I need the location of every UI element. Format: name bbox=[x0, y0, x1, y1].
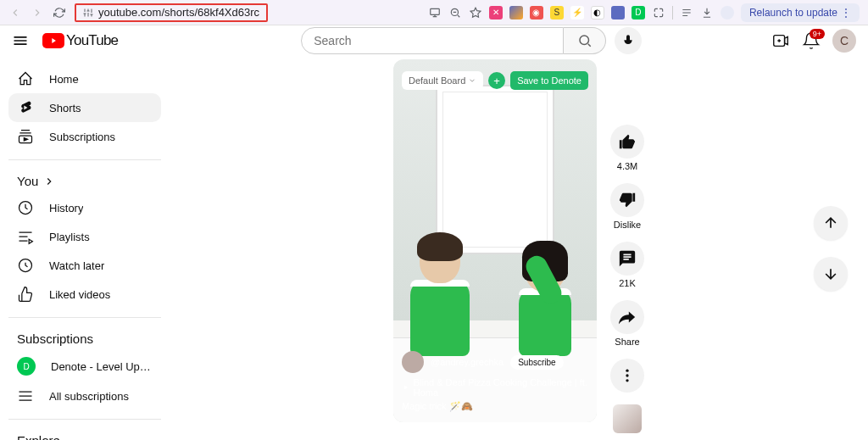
add-board-button[interactable]: + bbox=[488, 72, 505, 89]
more-action bbox=[610, 359, 644, 393]
sidebar-item-label: Watch later bbox=[49, 259, 104, 272]
short-meta: @andrey.grechka Subscribe Blind & Deaf P… bbox=[402, 351, 588, 412]
sidebar-you-section: You History Playlists Watch later Liked … bbox=[8, 160, 161, 318]
comments-button[interactable] bbox=[610, 242, 644, 276]
sidebar-explore-section: Explore Trending Music Movies Live Gamin… bbox=[8, 420, 161, 440]
home-icon bbox=[17, 70, 34, 87]
sidebar-item-subscriptions[interactable]: Subscriptions bbox=[8, 122, 161, 151]
next-short-button[interactable] bbox=[814, 257, 848, 291]
sidebar-item-playlists[interactable]: Playlists bbox=[8, 222, 161, 251]
youtube-logo[interactable]: YouTube bbox=[42, 32, 118, 49]
extensions-puzzle-icon[interactable] bbox=[652, 6, 665, 19]
hamburger-menu-icon[interactable] bbox=[12, 32, 29, 49]
notifications-icon[interactable]: 9+ bbox=[802, 31, 821, 50]
sidebar-sub-channel[interactable]: DDenote - Level Up Y... bbox=[8, 351, 161, 382]
like-action: 4.3M bbox=[610, 125, 644, 171]
dislike-label: Dislike bbox=[614, 220, 641, 230]
sidebar-item-label: Subscriptions bbox=[49, 131, 115, 143]
playlists-icon bbox=[17, 228, 34, 245]
board-select[interactable]: Default Board bbox=[402, 71, 483, 90]
sidebar-item-label: Playlists bbox=[49, 231, 90, 243]
previous-short-button[interactable] bbox=[814, 206, 848, 240]
notification-badge: 9+ bbox=[810, 29, 825, 39]
sidebar-item-label: Liked videos bbox=[49, 288, 110, 301]
screen-icon[interactable] bbox=[428, 6, 442, 19]
sidebar-item-label: Home bbox=[49, 73, 79, 86]
site-tune-icon[interactable] bbox=[83, 8, 93, 18]
browser-url-box[interactable]: youtube.com/shorts/68kf4Xd63rc bbox=[75, 3, 268, 22]
channel-handle[interactable]: @andrey.grechka bbox=[431, 357, 504, 367]
sidebar-explore-title: Explore bbox=[8, 428, 161, 440]
share-action: Share bbox=[610, 300, 644, 347]
relaunch-button[interactable]: Relaunch to update ⋮ bbox=[741, 3, 860, 22]
svg-point-13 bbox=[626, 374, 628, 376]
save-to-denote-button[interactable]: Save to Denote bbox=[510, 71, 588, 90]
youtube-logo-text: YouTube bbox=[66, 32, 118, 49]
sidebar-item-history[interactable]: History bbox=[8, 193, 161, 222]
browser-forward-icon[interactable] bbox=[31, 6, 44, 19]
shorts-player-column: Default Board + Save to Denote @andrey.g… bbox=[170, 56, 868, 440]
extension-icon[interactable]: ⚡ bbox=[570, 6, 584, 19]
sidebar-subs-section: Subscriptions DDenote - Level Up Y... Al… bbox=[8, 318, 161, 420]
search-button[interactable] bbox=[564, 27, 606, 54]
denote-save-bar: Default Board + Save to Denote bbox=[402, 71, 588, 90]
extension-icon[interactable]: ◉ bbox=[530, 6, 543, 19]
like-button[interactable] bbox=[610, 125, 644, 159]
sidebar-all-subscriptions[interactable]: All subscriptions bbox=[8, 382, 161, 410]
sidebar: Home Shorts Subscriptions You History Pl… bbox=[0, 56, 170, 440]
profile-icon[interactable] bbox=[721, 6, 734, 19]
sidebar-you-title[interactable]: You bbox=[8, 169, 161, 193]
browser-url-text: youtube.com/shorts/68kf4Xd63rc bbox=[98, 6, 259, 19]
zoom-icon[interactable] bbox=[448, 6, 462, 19]
user-avatar[interactable]: C bbox=[832, 29, 856, 53]
svg-rect-0 bbox=[431, 8, 440, 14]
all-subs-icon bbox=[17, 387, 34, 404]
channel-avatar-icon: D bbox=[17, 357, 36, 376]
sidebar-main-section: Home Shorts Subscriptions bbox=[8, 56, 161, 160]
sidebar-item-label: All subscriptions bbox=[49, 390, 129, 403]
dislike-button[interactable] bbox=[610, 183, 644, 217]
subscribe-button[interactable]: Subscribe bbox=[510, 355, 563, 370]
sidebar-item-home[interactable]: Home bbox=[8, 64, 161, 93]
sidebar-item-shorts[interactable]: Shorts bbox=[8, 93, 161, 122]
search-container bbox=[301, 27, 642, 54]
svg-point-14 bbox=[626, 379, 628, 382]
yt-header: YouTube 9+ C bbox=[0, 25, 868, 56]
sidebar-item-watch-later[interactable]: Watch later bbox=[8, 251, 161, 280]
sidebar-item-liked[interactable]: Liked videos bbox=[8, 280, 161, 309]
audio-thumbnail[interactable] bbox=[613, 404, 642, 433]
short-actions: 4.3M Dislike 21K Share bbox=[610, 59, 644, 440]
extension-icon[interactable]: ◐ bbox=[591, 6, 604, 19]
short-video[interactable]: Default Board + Save to Denote @andrey.g… bbox=[393, 59, 597, 422]
channel-avatar[interactable] bbox=[402, 351, 424, 373]
comments-count: 21K bbox=[619, 278, 636, 288]
more-button[interactable] bbox=[610, 359, 644, 393]
short-title: Blind & Deaf Pizza Cooking Challenge | f… bbox=[402, 377, 588, 398]
short-wrap: Default Board + Save to Denote @andrey.g… bbox=[393, 59, 644, 440]
browser-reload-icon[interactable] bbox=[53, 6, 66, 19]
dislike-action: Dislike bbox=[610, 183, 644, 230]
shorts-icon bbox=[17, 99, 34, 116]
svg-point-12 bbox=[626, 370, 628, 372]
board-label: Default Board bbox=[409, 75, 465, 86]
download-icon[interactable] bbox=[700, 6, 714, 19]
main-layout: Home Shorts Subscriptions You History Pl… bbox=[0, 56, 868, 440]
extension-icon[interactable] bbox=[509, 6, 523, 19]
browser-nav bbox=[8, 6, 66, 19]
voice-search-button[interactable] bbox=[615, 27, 642, 54]
extension-icon[interactable] bbox=[611, 6, 625, 19]
chevron-down-icon bbox=[468, 76, 476, 85]
like-count: 4.3M bbox=[617, 161, 637, 171]
share-button[interactable] bbox=[610, 300, 644, 334]
search-input[interactable] bbox=[301, 27, 564, 54]
chevron-right-icon bbox=[43, 175, 55, 187]
youtube-play-icon bbox=[42, 33, 64, 48]
extension-icon[interactable]: ✕ bbox=[489, 6, 503, 19]
short-audio[interactable]: Magic trick 🪄🙈 bbox=[402, 401, 588, 412]
extension-icon[interactable]: D bbox=[632, 6, 645, 19]
browser-back-icon[interactable] bbox=[8, 6, 22, 19]
reading-list-icon[interactable] bbox=[680, 6, 693, 19]
create-icon[interactable] bbox=[771, 31, 790, 50]
bookmark-star-icon[interactable] bbox=[469, 6, 482, 19]
extension-icon[interactable]: S bbox=[550, 6, 564, 19]
